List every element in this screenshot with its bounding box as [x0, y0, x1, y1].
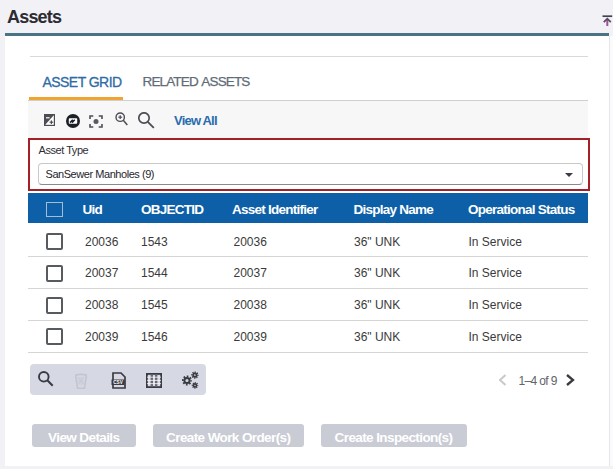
svg-text:CSV: CSV: [113, 380, 123, 385]
